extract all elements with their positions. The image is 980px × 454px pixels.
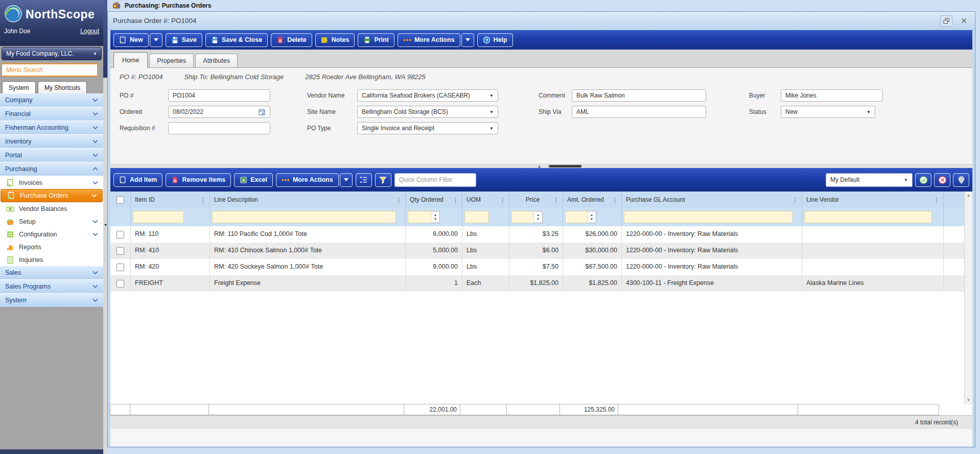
- price-filter-stepper[interactable]: ▲▼: [534, 211, 543, 223]
- filter-line-description-input[interactable]: [212, 211, 396, 223]
- notes-button[interactable]: Notes: [315, 33, 355, 47]
- column-menu-icon[interactable]: ⋮: [199, 196, 207, 204]
- tab-properties[interactable]: Properties: [149, 54, 194, 67]
- sidebar-group-inventory[interactable]: Inventory: [0, 135, 103, 148]
- add-item-button[interactable]: Add Item: [113, 173, 162, 187]
- amt-filter-stepper[interactable]: ▲▼: [588, 211, 596, 223]
- delete-button[interactable]: Delete: [271, 33, 312, 47]
- grid-more-actions-dropdown-button[interactable]: [340, 173, 353, 187]
- filter-button[interactable]: [375, 173, 391, 187]
- column-menu-icon[interactable]: ⋮: [932, 196, 941, 204]
- tab-system[interactable]: System: [2, 81, 36, 93]
- apply-view-button[interactable]: [915, 173, 931, 187]
- vendor-name-select[interactable]: California Seafood Brokers (CASEABR) ▼: [357, 89, 498, 102]
- splitter-handle[interactable]: [549, 165, 581, 168]
- scroll-down-icon[interactable]: ▼: [967, 396, 971, 404]
- collapse-left-icon[interactable]: ◄: [103, 223, 107, 226]
- ordered-date-field[interactable]: [173, 108, 258, 115]
- grid-vertical-scrollbar[interactable]: ▲ ▼: [964, 192, 972, 404]
- collapse-up-icon[interactable]: ▲: [538, 164, 541, 168]
- column-header-uom[interactable]: UOM ⋮: [462, 192, 509, 208]
- column-menu-icon[interactable]: ⋮: [394, 196, 403, 204]
- column-header-item-id[interactable]: Item ID ⋮: [131, 192, 210, 208]
- row-checkbox[interactable]: [116, 247, 124, 255]
- new-button[interactable]: New: [113, 33, 149, 47]
- help-button[interactable]: ? Help: [477, 33, 513, 47]
- sidebar-group-system[interactable]: System: [0, 294, 103, 307]
- remove-items-button[interactable]: Remove Items: [166, 173, 231, 187]
- column-menu-icon[interactable]: ⋮: [791, 196, 800, 204]
- sidebar-item-purchase-orders[interactable]: Purchase Orders: [1, 189, 103, 202]
- more-actions-dropdown-button[interactable]: [461, 33, 474, 47]
- sidebar-splitter[interactable]: ◄: [103, 0, 107, 454]
- sidebar-group-sales-programs[interactable]: Sales Programs: [0, 280, 103, 293]
- sidebar-item-invoices[interactable]: Invoices: [0, 176, 103, 189]
- po-type-select[interactable]: Single Invoice and Receipt ▼: [357, 122, 498, 134]
- column-header-line-description[interactable]: Line Description ⋮: [210, 192, 406, 208]
- save-button[interactable]: Save: [166, 33, 202, 47]
- sidebar-item-setup[interactable]: Setup: [0, 215, 103, 228]
- grid-view-select[interactable]: My Default ▼: [826, 173, 913, 187]
- select-all-checkbox[interactable]: [116, 196, 124, 204]
- clear-view-button[interactable]: [934, 173, 950, 187]
- close-window-icon[interactable]: [958, 15, 970, 27]
- quick-column-filter-input[interactable]: [394, 173, 476, 187]
- filter-line-vendor-input[interactable]: [804, 211, 932, 223]
- filter-item-id-input[interactable]: [133, 211, 184, 223]
- restore-window-icon[interactable]: [940, 15, 952, 27]
- sidebar-group-portal[interactable]: Portal: [0, 149, 103, 162]
- sidebar-group-purchasing[interactable]: Purchasing: [0, 162, 103, 176]
- tab-attributes[interactable]: Attributes: [195, 54, 238, 67]
- row-checkbox[interactable]: [116, 231, 124, 238]
- column-chooser-button[interactable]: [356, 173, 372, 187]
- sidebar-item-inquiries[interactable]: Inquiries: [0, 253, 103, 266]
- filter-price-input[interactable]: [511, 211, 534, 223]
- grid-more-actions-button[interactable]: More Actions: [276, 173, 339, 187]
- sidebar-group-financial[interactable]: Financial: [0, 107, 103, 121]
- sidebar-group-company[interactable]: Company: [0, 93, 103, 107]
- more-actions-button[interactable]: More Actions: [398, 33, 460, 47]
- filter-qty-ordered-input[interactable]: [408, 211, 431, 223]
- filter-amt-ordered-input[interactable]: [565, 211, 588, 223]
- column-menu-icon[interactable]: ⋮: [611, 196, 619, 204]
- ship-via-field[interactable]: [576, 108, 702, 115]
- site-name-select[interactable]: Bellingham Cold Storage (BCS) ▼: [357, 106, 498, 118]
- logout-link[interactable]: Logout: [80, 28, 99, 35]
- sidebar-item-reports[interactable]: Reports: [0, 241, 103, 253]
- table-row[interactable]: RM: 410 RM: 410 Chinook Salmon 1,000# To…: [110, 243, 964, 259]
- print-button[interactable]: Print: [358, 33, 394, 47]
- column-header-purchase-gl-account[interactable]: Purchase GL Account ⋮: [622, 192, 802, 208]
- table-row[interactable]: FREIGHT Freight Expense 1 Each $1,825.00…: [110, 275, 964, 292]
- column-header-price[interactable]: Price ⋮: [509, 192, 563, 208]
- table-row[interactable]: RM: 420 RM: 420 Sockeye Salmon 1,000# To…: [110, 259, 964, 275]
- column-header-qty-ordered[interactable]: Qty Ordered ⋮: [406, 192, 462, 208]
- column-header-line-vendor[interactable]: Line Vendor ⋮: [802, 192, 944, 208]
- comment-field[interactable]: [576, 92, 702, 99]
- row-checkbox[interactable]: [116, 264, 124, 271]
- table-row[interactable]: RM: 110 RM: 110 Pacific Cod 1,000# Tote …: [110, 226, 964, 243]
- filter-uom-input[interactable]: [464, 211, 489, 223]
- buyer-field[interactable]: [785, 92, 878, 99]
- status-select[interactable]: New ▼: [781, 106, 875, 118]
- tab-home[interactable]: Home: [113, 52, 148, 68]
- scroll-up-icon[interactable]: ▲: [967, 192, 971, 199]
- po-number-field[interactable]: [173, 92, 266, 99]
- sidebar-group-fisherman-accounting[interactable]: Fisherman Accounting: [0, 121, 103, 134]
- menu-search-input[interactable]: [1, 63, 98, 77]
- panel-splitter[interactable]: ▲: [110, 164, 972, 168]
- pin-view-button[interactable]: [953, 173, 969, 187]
- column-header-amt-ordered[interactable]: Amt. Ordered ⋮: [563, 192, 622, 208]
- new-dropdown-button[interactable]: [150, 33, 162, 47]
- save-close-button[interactable]: Save & Close: [205, 33, 268, 47]
- qty-filter-stepper[interactable]: ▲▼: [431, 211, 440, 223]
- row-checkbox[interactable]: [116, 280, 124, 288]
- calendar-icon[interactable]: [258, 108, 266, 116]
- sidebar-group-sales[interactable]: Sales: [0, 266, 103, 279]
- excel-export-button[interactable]: X Excel: [234, 173, 273, 187]
- filter-purchase-gl-account-input[interactable]: [624, 211, 792, 223]
- company-selector[interactable]: My Food Company, LLC. ▼: [2, 47, 102, 60]
- sidebar-item-configuration[interactable]: Configuration: [0, 228, 103, 241]
- requisition-field[interactable]: [173, 125, 266, 132]
- column-menu-icon[interactable]: ⋮: [552, 196, 561, 204]
- column-menu-icon[interactable]: ⋮: [498, 196, 507, 204]
